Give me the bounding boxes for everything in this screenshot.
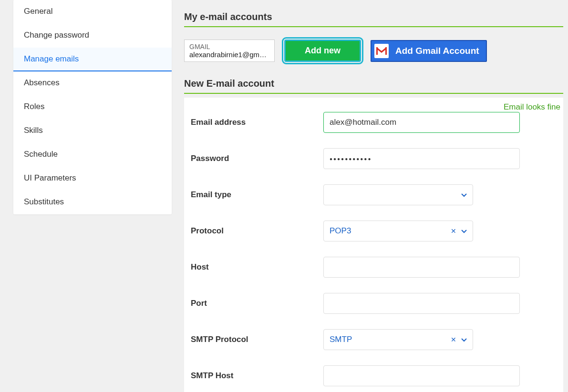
add-gmail-label: Add Gmail Account (395, 46, 479, 56)
label-email-type: Email type (191, 190, 323, 200)
clear-smtp-protocol-icon[interactable]: ✕ (451, 336, 456, 343)
password-masked-value: ●●●●●●●●●●● (330, 149, 514, 169)
label-smtp-host: SMTP Host (191, 371, 323, 381)
select-smtp-protocol-value: SMTP (330, 335, 451, 344)
svg-rect-1 (376, 47, 378, 55)
chevron-down-icon (461, 336, 467, 343)
label-protocol: Protocol (191, 226, 323, 236)
row-port: Port (184, 285, 563, 322)
label-password: Password (191, 154, 323, 163)
select-email-type[interactable] (323, 184, 473, 205)
select-smtp-protocol[interactable]: SMTP ✕ (323, 329, 473, 350)
sidebar: General Change password Manage emails Ab… (0, 0, 172, 392)
sidebar-card: General Change password Manage emails Ab… (13, 0, 172, 214)
svg-rect-2 (385, 47, 387, 55)
input-host[interactable] (323, 257, 520, 278)
row-email-type: Email type (184, 177, 563, 213)
sidebar-item-absences[interactable]: Absences (13, 71, 172, 95)
input-password[interactable]: ●●●●●●●●●●● (323, 148, 520, 169)
sidebar-item-roles[interactable]: Roles (13, 95, 172, 119)
page-root: General Change password Manage emails Ab… (0, 0, 568, 392)
main-content: My e-mail accounts GMAIL alexandrabirnie… (172, 0, 563, 392)
label-port: Port (191, 299, 323, 308)
row-host: Host (184, 249, 563, 285)
row-protocol: Protocol POP3 ✕ (184, 213, 563, 249)
sidebar-item-general[interactable]: General (13, 0, 172, 24)
label-smtp-protocol: SMTP Protocol (191, 335, 323, 344)
my-accounts-heading: My e-mail accounts (184, 11, 563, 27)
chevron-down-icon (461, 227, 467, 235)
input-email-address[interactable] (323, 112, 520, 133)
email-validation-status: Email looks fine (504, 102, 560, 112)
row-smtp-protocol: SMTP Protocol SMTP ✕ (184, 322, 563, 358)
sidebar-item-change-password[interactable]: Change password (13, 24, 172, 48)
select-protocol[interactable]: POP3 ✕ (323, 221, 473, 241)
row-smtp-host: SMTP Host (184, 358, 563, 392)
sidebar-item-ui-parameters[interactable]: UI Parameters (13, 167, 172, 191)
sidebar-item-manage-emails[interactable]: Manage emails (13, 48, 172, 71)
existing-account-email: alexandrabirnie1@gmail... (189, 50, 269, 59)
label-email-address: Email address (191, 118, 323, 127)
add-new-button[interactable]: Add new (284, 40, 361, 62)
label-host: Host (191, 262, 323, 272)
sidebar-item-schedule[interactable]: Schedule (13, 143, 172, 167)
sidebar-item-skills[interactable]: Skills (13, 119, 172, 143)
gmail-icon (374, 44, 389, 58)
existing-account-provider: GMAIL (189, 43, 269, 50)
chevron-down-icon (461, 191, 467, 199)
row-password: Password ●●●●●●●●●●● (184, 141, 563, 177)
new-account-form: Email looks fine Email address Password … (184, 98, 563, 392)
sidebar-item-substitutes[interactable]: Substitutes (13, 191, 172, 214)
select-protocol-value: POP3 (330, 226, 451, 236)
input-smtp-host[interactable] (323, 365, 520, 386)
accounts-row: GMAIL alexandrabirnie1@gmail... Add new … (184, 31, 563, 67)
add-gmail-account-button[interactable]: Add Gmail Account (371, 40, 487, 62)
new-account-heading: New E-mail account (184, 78, 563, 94)
input-port[interactable] (323, 293, 520, 314)
existing-account-card[interactable]: GMAIL alexandrabirnie1@gmail... (184, 40, 275, 62)
clear-protocol-icon[interactable]: ✕ (451, 227, 456, 235)
